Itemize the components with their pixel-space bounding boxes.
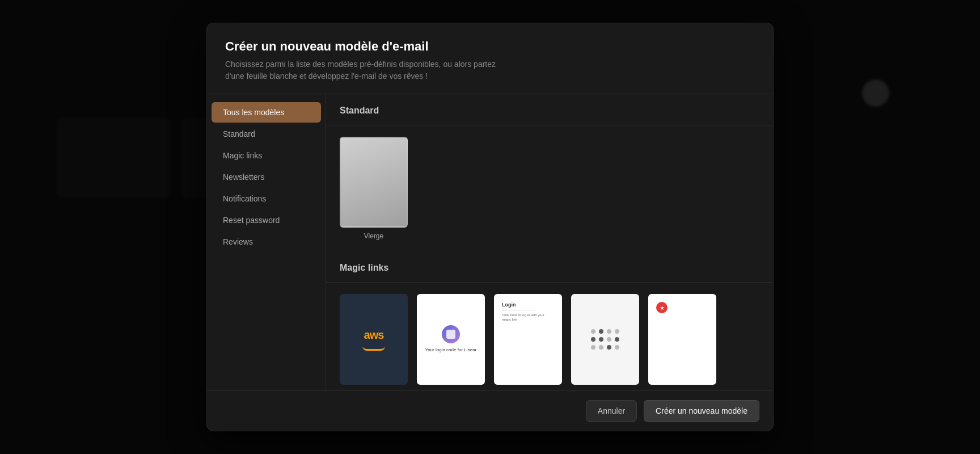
modal-footer: Annuler Créer un nouveau modèle [207, 390, 773, 431]
sidebar-item-reset[interactable]: Reset password [212, 210, 321, 230]
sidebar-item-tous[interactable]: Tous les modèles [212, 102, 321, 123]
aws-logo-text: aws [364, 329, 384, 342]
modal-backdrop: Créer un nouveau modèle d'e-mail Choisis… [0, 0, 980, 454]
dot [607, 345, 611, 350]
template-linear[interactable]: Your login code for Linear Linear [417, 294, 485, 390]
dot [615, 337, 619, 342]
section-standard-title: Standard [326, 94, 773, 125]
create-button[interactable]: Créer un nouveau modèle [644, 400, 759, 422]
template-aws[interactable]: aws AWS [340, 294, 408, 390]
aws-smile-icon [362, 346, 385, 351]
star-icon: ★ [660, 305, 665, 311]
template-thumb-linear: Your login code for Linear [417, 294, 485, 385]
section-magic: Magic links aws AWS [326, 251, 773, 390]
dot [615, 345, 619, 350]
template-vierge[interactable]: Vierge [340, 137, 408, 240]
template-thumb-red: ★ [648, 294, 716, 385]
sidebar-item-magic[interactable]: Magic links [212, 145, 321, 166]
dots-pattern [591, 329, 619, 350]
cancel-button[interactable]: Annuler [586, 400, 637, 422]
login-preview: Login Click here to log in with your mag… [500, 300, 556, 325]
dot [607, 329, 611, 334]
red-preview: ★ [654, 300, 670, 316]
login-body-text: Click here to log in with your magic lin… [502, 313, 554, 322]
dot [599, 337, 603, 342]
template-thumb-aws: aws [340, 294, 408, 385]
dot [591, 337, 595, 342]
modal-container: Créer un nouveau modèle d'e-mail Choisis… [206, 23, 774, 431]
login-label-text: Login [502, 302, 554, 308]
section-magic-title: Magic links [326, 251, 773, 283]
sidebar-item-reviews[interactable]: Reviews [212, 232, 321, 252]
red-circle-icon: ★ [656, 302, 668, 313]
linear-logo-icon [442, 325, 460, 343]
login-divider [502, 310, 536, 310]
linear-preview-text: Your login code for Linear [425, 347, 477, 353]
modal-header: Créer un nouveau modèle d'e-mail Choisis… [207, 23, 773, 94]
dot [599, 329, 603, 334]
sidebar-item-standard[interactable]: Standard [212, 124, 321, 144]
standard-grid: Vierge [326, 125, 773, 251]
dot [607, 337, 611, 342]
template-thumb-vierge [340, 137, 408, 228]
section-standard: Standard Vierge [326, 94, 773, 251]
template-login[interactable]: Login Click here to log in with your mag… [494, 294, 562, 390]
dot [591, 345, 595, 350]
template-red[interactable]: ★ Red [648, 294, 716, 390]
linear-inner [446, 330, 455, 339]
sidebar-item-newsletters[interactable]: Newsletters [212, 167, 321, 187]
dot [591, 329, 595, 334]
template-dots[interactable]: Dots [571, 294, 639, 390]
modal-title: Créer un nouveau modèle d'e-mail [225, 39, 755, 54]
template-thumb-dots [571, 294, 639, 385]
template-sidebar: Tous les modèles Standard Magic links Ne… [207, 94, 326, 390]
template-thumb-login: Login Click here to log in with your mag… [494, 294, 562, 385]
sidebar-item-notifications[interactable]: Notifications [212, 188, 321, 209]
modal-body: Tous les modèles Standard Magic links Ne… [207, 94, 773, 390]
dot [599, 345, 603, 350]
modal-subtitle: Choisissez parmi la liste des modèles pr… [225, 58, 509, 82]
template-label-vierge: Vierge [364, 232, 383, 240]
dot [615, 329, 619, 334]
templates-content: Standard Vierge Magic links [326, 94, 773, 390]
magic-grid: aws AWS Your login code for Li [326, 283, 773, 390]
